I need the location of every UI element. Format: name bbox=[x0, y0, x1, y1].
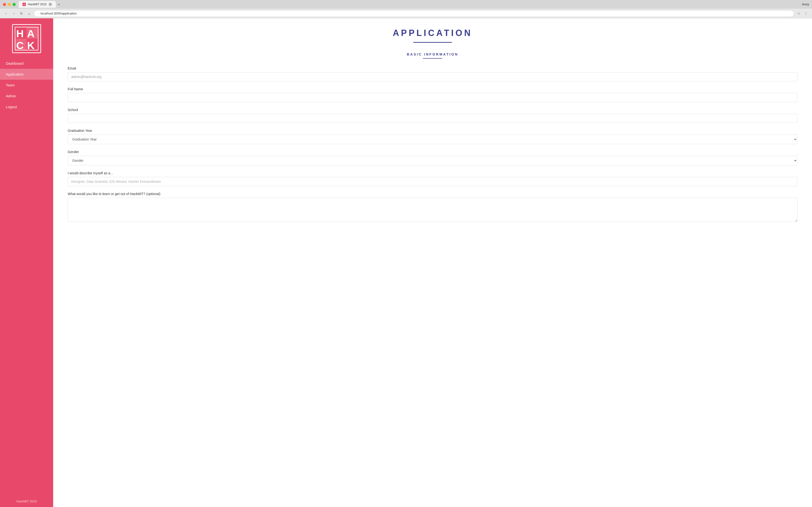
app-layout: H A C K Dashboard Application bbox=[0, 18, 812, 507]
close-button[interactable] bbox=[3, 3, 6, 6]
window-controls bbox=[3, 3, 16, 6]
toolbar-right: ☆ ⋮ bbox=[796, 10, 809, 17]
gender-group: Gender Gender Male Female Non-binary Pre… bbox=[68, 150, 798, 165]
email-display: admin@hackmit.org bbox=[68, 72, 798, 81]
school-input[interactable] bbox=[68, 114, 798, 123]
sidebar-item-application[interactable]: Application bbox=[0, 69, 53, 80]
email-group: Email admin@hackmit.org bbox=[68, 66, 798, 81]
fullname-group: Full Name bbox=[68, 87, 798, 102]
learn-group: What would you like to learn or get out … bbox=[68, 192, 798, 223]
lock-icon: ○ bbox=[38, 12, 39, 15]
title-underline bbox=[413, 42, 452, 43]
browser-titlebar: H HackMIT 2015 × + Jessy bbox=[0, 0, 812, 9]
school-group: School bbox=[68, 108, 798, 123]
sidebar-item-admin[interactable]: Admin bbox=[0, 91, 53, 101]
browser-chrome: H HackMIT 2015 × + Jessy ← → ↻ ⌂ ○ local… bbox=[0, 0, 812, 18]
fullname-label: Full Name bbox=[68, 87, 798, 91]
minimize-button[interactable] bbox=[8, 3, 11, 6]
sidebar-footer: HackMIT 2015 bbox=[12, 496, 41, 507]
logo-svg: H A C K bbox=[15, 27, 39, 50]
nav-toolbar: ← → ↻ ⌂ ○ localhost:3000/application ☆ ⋮ bbox=[0, 9, 812, 18]
user-label: Jessy bbox=[802, 3, 809, 6]
email-label: Email bbox=[68, 66, 798, 70]
graduation-year-label: Graduation Year bbox=[68, 129, 798, 132]
maximize-button[interactable] bbox=[12, 3, 16, 6]
tab-close-button[interactable]: × bbox=[49, 3, 52, 6]
gender-label: Gender bbox=[68, 150, 798, 154]
gender-select[interactable]: Gender Male Female Non-binary Prefer not… bbox=[68, 156, 798, 165]
new-tab-button[interactable]: + bbox=[56, 1, 62, 8]
bookmark-button[interactable]: ☆ bbox=[796, 10, 802, 17]
svg-marker-9 bbox=[15, 39, 27, 50]
learn-label: What would you like to learn or get out … bbox=[68, 192, 798, 196]
learn-textarea[interactable] bbox=[68, 198, 798, 222]
tab-title: HackMIT 2015 bbox=[28, 3, 47, 6]
section-title: BASIC INFORMATION bbox=[68, 52, 798, 56]
fullname-input[interactable] bbox=[68, 93, 798, 102]
section-underline bbox=[423, 58, 442, 59]
browser-tab[interactable]: H HackMIT 2015 × bbox=[18, 1, 56, 8]
sidebar: H A C K Dashboard Application bbox=[0, 18, 53, 507]
sidebar-item-logout[interactable]: Logout bbox=[0, 101, 53, 112]
graduation-year-group: Graduation Year Graduation Year 2015 201… bbox=[68, 129, 798, 144]
svg-marker-8 bbox=[27, 27, 39, 39]
sidebar-logo: H A C K bbox=[12, 24, 41, 53]
svg-text:H: H bbox=[23, 4, 24, 5]
sidebar-item-dashboard[interactable]: Dashboard bbox=[0, 58, 53, 69]
home-button[interactable]: ⌂ bbox=[26, 10, 33, 17]
forward-button[interactable]: → bbox=[11, 10, 17, 17]
describe-group: I would describe myself as a... bbox=[68, 171, 798, 186]
sidebar-nav: Dashboard Application Team Admin Logout bbox=[0, 58, 53, 496]
graduation-year-select[interactable]: Graduation Year 2015 2016 2017 2018 2019 bbox=[68, 134, 798, 144]
address-bar[interactable]: ○ localhost:3000/application bbox=[34, 10, 794, 17]
tab-favicon: H bbox=[22, 3, 26, 6]
main-content: APPLICATION BASIC INFORMATION Email admi… bbox=[53, 18, 812, 507]
describe-input[interactable] bbox=[68, 177, 798, 186]
svg-text:K: K bbox=[27, 40, 35, 50]
sidebar-item-team[interactable]: Team bbox=[0, 80, 53, 91]
svg-text:H: H bbox=[16, 28, 24, 39]
url-text: localhost:3000/application bbox=[41, 12, 77, 15]
describe-label: I would describe myself as a... bbox=[68, 171, 798, 175]
back-button[interactable]: ← bbox=[3, 10, 9, 17]
reload-button[interactable]: ↻ bbox=[18, 10, 24, 17]
school-label: School bbox=[68, 108, 798, 112]
page-title: APPLICATION bbox=[68, 28, 798, 38]
menu-button[interactable]: ⋮ bbox=[803, 10, 809, 17]
tab-bar: H HackMIT 2015 × + bbox=[18, 1, 802, 8]
